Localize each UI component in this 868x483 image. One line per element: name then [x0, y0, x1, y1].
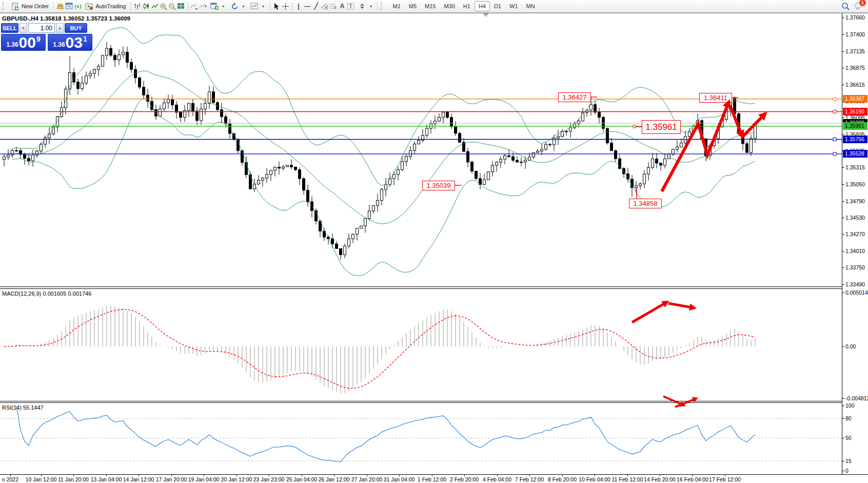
price-level-badge[interactable]: 1.35528 [843, 150, 867, 158]
time-axis-label: 14 Feb 20:00 [644, 476, 676, 482]
autotrading-icon [85, 2, 93, 10]
cursor-icon[interactable] [272, 2, 281, 10]
price-annotation[interactable]: 1.36411 [699, 93, 732, 103]
arrows-dropdown[interactable]: ▼ [356, 1, 376, 11]
caret-down-icon: ▼ [369, 5, 373, 8]
one-click-trading-panel: SELL ▼ 1.00 ▲ BUY 1.36 00 9 1.36 03 1 [1, 23, 92, 51]
tf-button-MN[interactable]: MN [522, 1, 539, 11]
time-axis-label: 23 Jan 23:00 [253, 476, 285, 482]
zoom-out-icon[interactable] [168, 2, 177, 10]
template-icon [250, 2, 259, 10]
signal-icon[interactable] [73, 2, 82, 10]
price-level-badge[interactable]: 1.35961 [843, 122, 867, 130]
chart-shift-icon[interactable] [199, 2, 208, 10]
svg-text:F: F [334, 6, 337, 10]
horizontal-line-icon[interactable]: — [303, 2, 312, 10]
price-annotation[interactable]: 1.35961 [642, 120, 681, 134]
axis-tick-label: 50 [845, 435, 852, 441]
macd-indicator-label: MACD(12,26,9) 0.001605 0.001746 [2, 291, 91, 297]
volume-dropdown[interactable]: ▼ [19, 23, 27, 33]
time-axis-label: 14 Jan 12:00 [123, 476, 154, 482]
axis-tick [842, 471, 844, 471]
axis-tick-label: 15 [845, 458, 852, 464]
macd-pane[interactable] [0, 289, 842, 401]
sell-price-small: 1.36 [6, 41, 18, 48]
tf-button-D1[interactable]: D1 [490, 1, 505, 11]
buy-button[interactable]: BUY [65, 23, 87, 33]
crosshair-icon[interactable] [281, 2, 290, 10]
vertical-line-icon[interactable]: | [294, 2, 303, 10]
new-chart-dropdown[interactable]: ▼ [208, 1, 228, 11]
tf-button-W1[interactable]: W1 [505, 1, 522, 11]
separator [377, 2, 378, 11]
notifications-icon[interactable]: 1 [854, 2, 863, 10]
template-dropdown[interactable]: ▼ [248, 1, 268, 11]
time-axis[interactable]: n 202210 Jan 12:0011 Jan 20:0013 Jan 04:… [0, 474, 868, 483]
price-annotation[interactable]: 1.36427 [558, 92, 591, 102]
text-icon[interactable]: A [338, 2, 347, 10]
toolbar-grip[interactable] [381, 2, 384, 10]
report-window-icon[interactable] [65, 2, 73, 10]
time-axis-label: 4 Feb 04:00 [483, 476, 511, 482]
price-annotation[interactable]: 1.35039 [422, 181, 455, 190]
line-chart-icon[interactable] [151, 2, 160, 10]
search-icon[interactable] [841, 2, 850, 10]
axis-tick [842, 17, 844, 18]
axis-tick [842, 68, 844, 68]
tf-button-M5[interactable]: M5 [405, 1, 421, 11]
text-label-icon[interactable]: T [347, 2, 356, 10]
candlestick-chart-icon[interactable] [142, 2, 151, 10]
tf-button-M30[interactable]: M30 [440, 1, 459, 11]
axis-tick [842, 218, 844, 218]
bar-chart-icon[interactable] [133, 2, 142, 10]
axis-tick [842, 284, 844, 285]
new-order-button[interactable]: New Order [8, 1, 51, 11]
time-axis-label: 31 Jan 04:00 [384, 476, 415, 482]
fibonacci-icon[interactable]: F [329, 2, 338, 10]
axis-tick-label: 80 [845, 415, 852, 421]
autotrading-label: AutoTrading [95, 3, 126, 9]
axis-tick [842, 267, 844, 268]
tf-button-H1[interactable]: H1 [459, 1, 475, 11]
axis-tick-label: 1.34010 [845, 248, 865, 254]
sell-price-big: 00 [19, 35, 36, 50]
mt4-window: New Order AutoTrading [0, 0, 868, 483]
axis-tick [842, 398, 844, 399]
volume-stepper[interactable]: ▲ [56, 23, 64, 33]
separator [188, 2, 188, 11]
price-level-badge[interactable]: 1.35756 [843, 136, 867, 143]
price-chart-pane[interactable] [0, 14, 842, 286]
price-annotation[interactable]: 1.34858 [629, 199, 662, 208]
new-order-label: New Order [22, 3, 49, 9]
tile-windows-icon[interactable] [177, 2, 186, 10]
chart-title: GBPUSD-,H4 1.35818 1.36052 1.35723 1.360… [2, 15, 130, 22]
price-level-badge[interactable]: 1.36190 [843, 108, 867, 115]
cycle-icon [230, 2, 239, 10]
axis-tick [842, 234, 844, 235]
buy-price-button[interactable]: 1.36 03 1 [48, 34, 92, 51]
time-axis-label: 26 Jan 12:00 [319, 476, 350, 482]
trendline-icon[interactable]: ╱ [312, 2, 321, 10]
toolbar-grip[interactable] [3, 2, 6, 10]
auto-scroll-icon[interactable] [190, 2, 199, 10]
price-level-badge[interactable]: 1.36387 [843, 95, 867, 103]
tf-button-M1[interactable]: M1 [388, 1, 404, 11]
rsi-pane[interactable] [0, 403, 842, 474]
splitter-grip-icon[interactable] [483, 13, 489, 17]
profiles-dropdown[interactable]: ▼ [228, 1, 248, 11]
axis-tick-label: 1.33490 [845, 281, 865, 287]
equidistant-channel-icon[interactable]: E [321, 2, 329, 10]
time-axis-label: 27 Jan 20:00 [351, 476, 383, 482]
time-axis-label: 19 Jan 04:00 [188, 476, 220, 482]
axis-tick-label: 1.36615 [845, 82, 865, 88]
autotrading-button[interactable]: AutoTrading [82, 1, 129, 11]
sell-button[interactable]: SELL [1, 23, 18, 33]
axis-tick-label: 0.00 [845, 343, 856, 350]
sell-price-button[interactable]: 1.36 00 9 [1, 34, 46, 51]
tf-button-M15[interactable]: M15 [421, 1, 440, 11]
price-axis[interactable]: 1.376601.374001.371351.368751.366151.363… [842, 13, 868, 483]
tf-button-H4[interactable]: H4 [475, 1, 490, 11]
gold-ingot-icon[interactable] [56, 2, 65, 10]
volume-input[interactable]: 1.00 [28, 23, 55, 33]
zoom-in-icon[interactable] [160, 2, 168, 10]
